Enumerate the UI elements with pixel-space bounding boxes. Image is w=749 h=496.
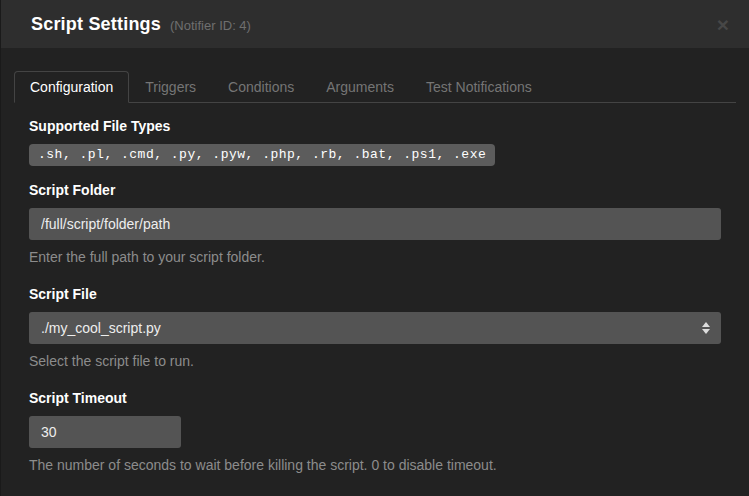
script-timeout-label: Script Timeout	[29, 390, 721, 406]
tab-conditions[interactable]: Conditions	[212, 71, 310, 103]
script-folder-input[interactable]	[29, 208, 721, 240]
tab-test-notifications-label[interactable]: Test Notifications	[410, 71, 548, 103]
select-arrows-icon	[702, 322, 710, 334]
script-file-selected-value: ./my_cool_script.py	[41, 320, 161, 336]
supported-file-types-badge: .sh, .pl, .cmd, .py, .pyw, .php, .rb, .b…	[29, 144, 495, 166]
script-timeout-input[interactable]	[29, 416, 181, 448]
notifier-id-subtitle: (Notifier ID: 4)	[170, 16, 251, 33]
script-file-label: Script File	[29, 286, 721, 302]
modal-body: Configuration Triggers Conditions Argume…	[1, 48, 749, 473]
script-timeout-help: The number of seconds to wait before kil…	[29, 457, 721, 473]
tab-arguments[interactable]: Arguments	[310, 71, 410, 103]
arrow-up-icon	[702, 322, 710, 327]
script-folder-group: Script Folder Enter the full path to you…	[29, 182, 721, 265]
tab-triggers-label[interactable]: Triggers	[129, 71, 212, 103]
script-settings-modal: Script Settings (Notifier ID: 4) × Confi…	[0, 0, 749, 496]
tab-configuration-label[interactable]: Configuration	[14, 71, 129, 103]
script-timeout-group: Script Timeout The number of seconds to …	[29, 390, 721, 473]
arrow-down-icon	[702, 329, 710, 334]
script-file-group: Script File ./my_cool_script.py Select t…	[29, 286, 721, 369]
modal-title: Script Settings	[31, 14, 161, 35]
supported-file-types-label: Supported File Types	[29, 118, 721, 134]
close-icon[interactable]: ×	[717, 14, 729, 35]
script-file-select[interactable]: ./my_cool_script.py	[29, 312, 721, 344]
tab-bar: Configuration Triggers Conditions Argume…	[14, 71, 736, 103]
supported-file-types-group: Supported File Types .sh, .pl, .cmd, .py…	[29, 118, 721, 166]
tab-content-configuration: Supported File Types .sh, .pl, .cmd, .py…	[14, 103, 736, 473]
tab-configuration[interactable]: Configuration	[14, 71, 129, 103]
script-file-help: Select the script file to run.	[29, 353, 721, 369]
script-folder-label: Script Folder	[29, 182, 721, 198]
tab-arguments-label[interactable]: Arguments	[310, 71, 410, 103]
modal-header: Script Settings (Notifier ID: 4) ×	[1, 0, 749, 48]
tab-test-notifications[interactable]: Test Notifications	[410, 71, 548, 103]
script-folder-help: Enter the full path to your script folde…	[29, 249, 721, 265]
tab-triggers[interactable]: Triggers	[129, 71, 212, 103]
tab-conditions-label[interactable]: Conditions	[212, 71, 310, 103]
